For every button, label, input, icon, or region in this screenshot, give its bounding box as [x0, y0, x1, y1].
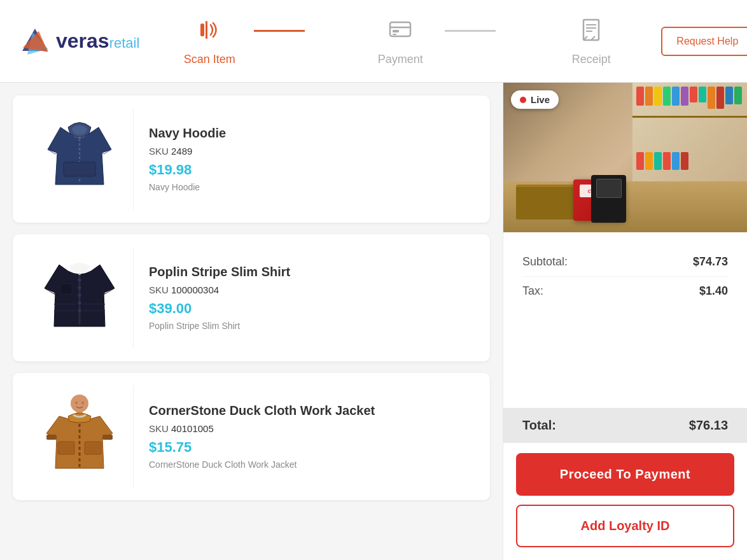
item-sku: SKU 100000304: [149, 284, 290, 295]
action-buttons: Proceed To Payment Add Loyalty ID: [503, 443, 747, 560]
step-scan-item[interactable]: Scan Item: [139, 16, 279, 66]
svg-point-26: [71, 395, 88, 412]
svg-point-33: [75, 402, 78, 405]
svg-point-20: [78, 309, 81, 312]
logo-text: verasretail: [56, 29, 139, 53]
item-image-shirt: [25, 247, 134, 349]
item-details-jacket: CornerStone Duck Cloth Work Jacket SKU 4…: [149, 403, 375, 470]
step-line-1: [254, 30, 305, 32]
svg-rect-29: [58, 442, 74, 454]
item-name: CornerStone Duck Cloth Work Jacket: [149, 403, 375, 418]
request-help-button[interactable]: Request Help: [661, 27, 747, 56]
subtotal-row: Subtotal: $74.73: [522, 248, 728, 277]
receipt-icon: [577, 16, 605, 49]
item-card: CornerStone Duck Cloth Work Jacket SKU 4…: [13, 373, 490, 500]
tax-value: $1.40: [699, 284, 728, 298]
grand-total-row: Total: $76.13: [503, 408, 747, 443]
grand-total-value: $76.13: [689, 418, 728, 433]
hoodie-image: [41, 115, 118, 204]
item-desc: CornerStone Duck Cloth Work Jacket: [149, 459, 375, 470]
item-price: $39.00: [149, 300, 290, 317]
svg-rect-7: [393, 30, 399, 32]
svg-rect-30: [85, 442, 101, 454]
live-indicator: [520, 97, 526, 103]
item-card: Navy Hoodie SKU 2489 $19.98 Navy Hoodie: [13, 95, 490, 223]
svg-rect-8: [393, 34, 396, 35]
jacket-image: [41, 392, 118, 481]
logo-area: verasretail: [19, 25, 139, 57]
step-payment-label: Payment: [378, 53, 423, 66]
step-line-2: [445, 30, 496, 32]
item-image-jacket: [25, 386, 134, 487]
svg-rect-31: [46, 435, 57, 440]
item-name: Navy Hoodie: [149, 126, 226, 141]
svg-point-34: [81, 402, 84, 405]
subtotal-value: $74.73: [693, 255, 728, 269]
step-payment[interactable]: Payment: [330, 16, 470, 66]
step-scan-label: Scan Item: [184, 53, 235, 66]
header: verasretail Scan Item: [0, 0, 747, 83]
item-details-shirt: Poplin Stripe Slim Shirt SKU 100000304 $…: [149, 265, 290, 331]
subtotal-label: Subtotal:: [522, 255, 568, 269]
live-label: Live: [531, 94, 550, 105]
svg-point-18: [78, 294, 81, 297]
svg-rect-21: [60, 284, 72, 294]
item-sku: SKU 40101005: [149, 423, 375, 434]
item-desc: Navy Hoodie: [149, 182, 226, 192]
svg-rect-4: [206, 21, 207, 39]
camera-feed: Coca-Cola Live: [503, 83, 747, 232]
logo-icon: [19, 25, 51, 57]
shirt-image: [41, 253, 118, 342]
items-panel: Navy Hoodie SKU 2489 $19.98 Navy Hoodie: [0, 83, 503, 560]
scan-icon: [195, 16, 223, 49]
step-receipt-label: Receipt: [572, 53, 611, 66]
svg-rect-32: [102, 435, 113, 440]
item-details-hoodie: Navy Hoodie SKU 2489 $19.98 Navy Hoodie: [149, 126, 226, 192]
payment-icon: [386, 16, 414, 49]
item-price: $19.98: [149, 162, 226, 178]
svg-point-16: [78, 279, 81, 282]
item-desc: Poplin Stripe Slim Shirt: [149, 321, 290, 331]
step-receipt[interactable]: Receipt: [521, 16, 661, 66]
svg-rect-14: [64, 162, 95, 176]
item-price: $15.75: [149, 439, 375, 456]
svg-point-19: [78, 302, 81, 305]
live-badge: Live: [511, 90, 559, 109]
svg-point-17: [78, 286, 81, 290]
item-sku: SKU 2489: [149, 146, 226, 157]
proceed-to-payment-button[interactable]: Proceed To Payment: [516, 453, 734, 496]
item-name: Poplin Stripe Slim Shirt: [149, 265, 290, 279]
item-card: Poplin Stripe Slim Shirt SKU 100000304 $…: [13, 234, 490, 361]
tax-row: Tax: $1.40: [522, 277, 728, 305]
item-image-hoodie: [25, 108, 134, 210]
nav-steps: Scan Item Payment: [139, 16, 661, 66]
totals-area: Subtotal: $74.73 Tax: $1.40: [503, 232, 747, 408]
main-content: Navy Hoodie SKU 2489 $19.98 Navy Hoodie: [0, 83, 747, 560]
grand-total-label: Total:: [522, 418, 556, 433]
svg-rect-3: [200, 24, 204, 36]
right-panel: Coca-Cola Live Subtotal: $74.73 Tax:: [503, 83, 747, 560]
add-loyalty-id-button[interactable]: Add Loyalty ID: [516, 505, 734, 547]
tax-label: Tax:: [522, 284, 543, 298]
